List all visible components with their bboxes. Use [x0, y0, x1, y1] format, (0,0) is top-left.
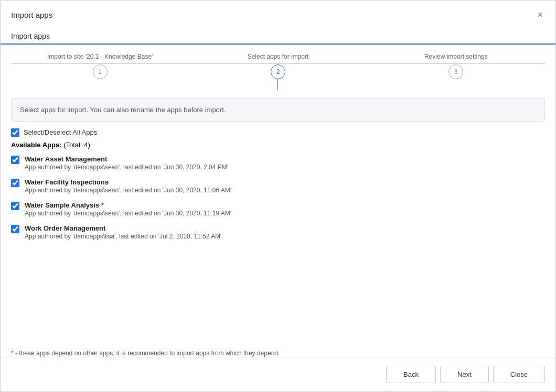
footnote: * - these apps depend on other apps; it …	[1, 350, 555, 357]
app-checkbox-3[interactable]	[11, 225, 19, 233]
app-checkbox-2[interactable]	[11, 202, 19, 210]
available-apps-header: Available Apps: (Total: 4)	[11, 141, 545, 149]
app-list: Water Asset ManagementApp authored by 'd…	[11, 155, 545, 240]
app-name-2[interactable]: Water Sample Analysis *	[25, 201, 231, 209]
step-2-circle: 2	[271, 64, 285, 79]
section-header: Import apps	[1, 27, 555, 45]
import-apps-dialog: Import apps × Import apps Import to site…	[0, 0, 556, 392]
step-1-number: 1	[98, 68, 102, 75]
app-text-1: Water Facility InspectionsApp authored b…	[25, 178, 231, 194]
dialog-close-button[interactable]: ×	[535, 9, 545, 20]
app-asterisk-2: *	[99, 201, 104, 209]
step-1-label: Import to site '20.1 - Knowledge Base'	[47, 53, 153, 60]
dialog-titlebar: Import apps ×	[1, 1, 555, 27]
app-name-3[interactable]: Work Order Management	[25, 224, 221, 232]
app-meta-0: App authored by 'demoapps\sean', last ed…	[25, 164, 228, 171]
available-apps-prefix: Available Apps:	[11, 141, 62, 149]
back-button[interactable]: Back	[386, 366, 436, 383]
app-item-1: Water Facility InspectionsApp authored b…	[11, 178, 545, 194]
app-name-0[interactable]: Water Asset Management	[25, 155, 228, 163]
step-1: Import to site '20.1 - Knowledge Base' 1	[11, 53, 189, 79]
next-button[interactable]: Next	[440, 366, 489, 383]
app-text-0: Water Asset ManagementApp authored by 'd…	[25, 155, 228, 171]
step-3: Review import settings 3	[367, 53, 545, 79]
step-2-connector	[277, 79, 278, 90]
step-3-number: 3	[454, 68, 458, 75]
dialog-title: Import apps	[11, 10, 52, 19]
content-area: Select/Deselect All Apps Available Apps:…	[1, 128, 555, 344]
select-all-label[interactable]: Select/Deselect All Apps	[24, 128, 97, 136]
footnote-asterisk: *	[11, 350, 14, 357]
available-apps-total: (Total: 4)	[63, 141, 90, 149]
info-box-text: Select apps for import. You can also ren…	[20, 106, 226, 114]
dialog-footer: Back Next Close	[1, 357, 555, 391]
app-meta-2: App authored by 'demoapps\sean', last ed…	[25, 210, 231, 217]
app-meta-1: App authored by 'demoapps\sean', last ed…	[25, 187, 231, 194]
step-3-label: Review import settings	[424, 53, 488, 60]
stepper: Import to site '20.1 - Knowledge Base' 1…	[1, 45, 555, 90]
app-text-2: Water Sample Analysis *App authored by '…	[25, 201, 231, 217]
step-1-circle: 1	[93, 64, 108, 79]
app-item-0: Water Asset ManagementApp authored by 'd…	[11, 155, 545, 171]
step-2-label: Select apps for import	[248, 53, 309, 60]
section-title: Import apps	[11, 32, 50, 40]
info-box: Select apps for import. You can also ren…	[11, 98, 545, 122]
footnote-text: - these apps depend on other apps; it is…	[15, 350, 280, 357]
app-checkbox-0[interactable]	[11, 156, 19, 164]
close-footer-button[interactable]: Close	[493, 366, 545, 383]
step-2-number: 2	[276, 68, 280, 75]
app-text-3: Work Order ManagementApp authored by 'de…	[25, 224, 221, 240]
select-all-checkbox[interactable]	[11, 128, 19, 137]
app-checkbox-1[interactable]	[11, 179, 19, 187]
close-icon: ×	[537, 9, 543, 20]
select-all-row: Select/Deselect All Apps	[11, 128, 545, 137]
app-item-2: Water Sample Analysis *App authored by '…	[11, 201, 545, 217]
step-2: Select apps for import 2	[189, 53, 367, 90]
step-3-circle: 3	[448, 64, 463, 79]
app-meta-3: App authored by 'demoapps\lisa', last ed…	[25, 233, 221, 240]
dialog-body: Import apps Import to site '20.1 - Knowl…	[1, 27, 555, 357]
app-item-3: Work Order ManagementApp authored by 'de…	[11, 224, 545, 240]
app-name-1[interactable]: Water Facility Inspections	[25, 178, 231, 186]
